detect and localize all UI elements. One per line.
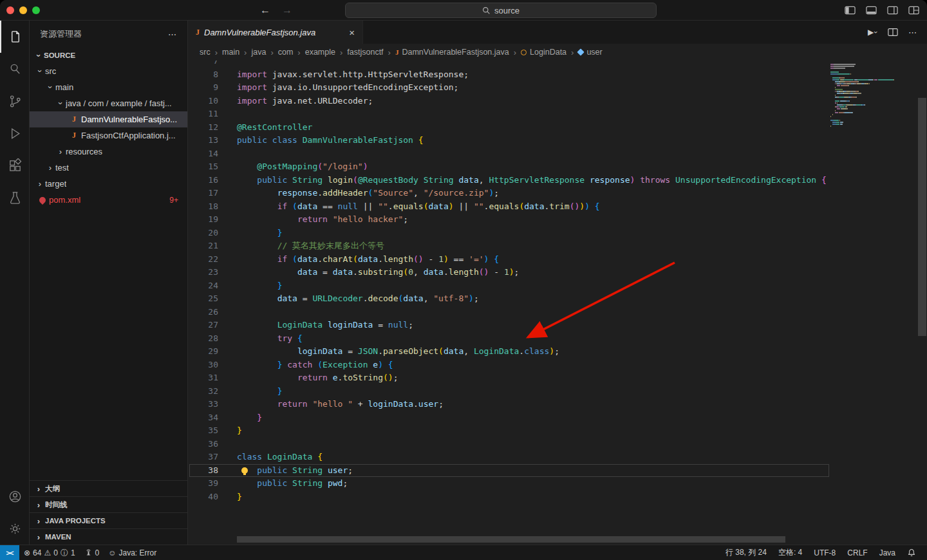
ports-status[interactable]: 0	[80, 545, 104, 560]
code-line[interactable]: 13public class DamnVulnerableFastjson {	[188, 134, 927, 147]
code-line[interactable]: 8import javax.servlet.http.HttpServletRe…	[188, 68, 927, 82]
run-debug-icon[interactable]	[0, 117, 29, 149]
code-line[interactable]: 22 if (data.charAt(data.length() - 1) ==…	[188, 253, 927, 266]
section-java-projects[interactable]: ›JAVA PROJECTS	[30, 512, 187, 528]
code-line[interactable]: 10import java.net.URLDecoder;	[188, 95, 927, 108]
section-timeline[interactable]: ›时间线	[30, 496, 187, 512]
tree-item[interactable]: JDamnVulnerableFastjso...	[30, 111, 187, 127]
problems-status[interactable]: ⊗ 64 ⚠ 0 ⓘ 1	[19, 545, 80, 560]
tree-item[interactable]: ›target	[30, 176, 187, 192]
breadcrumb-item[interactable]: src	[200, 48, 211, 57]
toggle-panel-icon[interactable]	[866, 6, 877, 15]
code-line[interactable]: 24 }	[188, 279, 927, 293]
language-mode[interactable]: Java	[874, 548, 901, 557]
code-line[interactable]: 15 @PostMapping("/login")	[188, 160, 927, 174]
code-editor[interactable]: 78import javax.servlet.http.HttpServletR…	[188, 61, 927, 545]
command-center-search[interactable]: source	[345, 3, 657, 18]
code-line[interactable]: 18 if (data == null || "".equals(data) |…	[188, 200, 927, 214]
maximize-window-button[interactable]	[32, 6, 40, 14]
code-line[interactable]: 25 data = URLDecoder.decode(data, "utf-8…	[188, 292, 927, 306]
settings-gear-icon[interactable]	[0, 512, 29, 545]
breadcrumb-item[interactable]: user	[578, 48, 602, 57]
breadcrumb-item[interactable]: java	[251, 48, 266, 57]
code-line[interactable]: 17 response.addHeader("Source", "/source…	[188, 187, 927, 200]
breadcrumb-item[interactable]: LoginData	[521, 48, 566, 57]
code-line[interactable]: 30 } catch (Exception e) {	[188, 359, 927, 372]
more-actions-icon[interactable]: ⋯	[908, 28, 917, 37]
code-line[interactable]: 38 public String user;	[188, 464, 927, 478]
code-line[interactable]: 36	[188, 438, 927, 451]
search-sidebar-icon[interactable]	[0, 53, 29, 85]
code-line[interactable]: 23 data = data.substring(0, data.length(…	[188, 266, 927, 279]
close-tab-icon[interactable]: ×	[349, 27, 355, 38]
code-line[interactable]: 28 try {	[188, 332, 927, 346]
split-editor-icon[interactable]	[888, 28, 898, 37]
tree-item[interactable]: ›main	[30, 79, 187, 95]
code-line[interactable]: 27 LoginData loginData = null;	[188, 319, 927, 332]
breadcrumb-item[interactable]: com	[278, 48, 294, 57]
code-line[interactable]: 29 loginData = JSON.parseObject(data, Lo…	[188, 345, 927, 359]
editor-group: J DamnVulnerableFastjson.java × ▶› ⋯ src…	[188, 21, 927, 545]
tree-item[interactable]: ›resources	[30, 144, 187, 160]
views-actions-icon[interactable]: ⋯	[168, 30, 177, 39]
code-line[interactable]: 7	[188, 61, 927, 68]
nav-forward-icon[interactable]: →	[282, 0, 292, 21]
code-line[interactable]: 35}	[188, 424, 927, 438]
indentation-status[interactable]: 空格: 4	[772, 547, 808, 558]
source-control-icon[interactable]	[0, 85, 29, 117]
tree-item[interactable]: pom.xml9+	[30, 192, 187, 208]
line-text: LoginData loginData = null;	[237, 319, 413, 332]
tree-item[interactable]: ›java / com / example / fastj...	[30, 95, 187, 111]
encoding-status[interactable]: UTF-8	[808, 548, 841, 557]
code-line[interactable]: 34 }	[188, 411, 927, 425]
breadcrumb-item[interactable]: main	[222, 48, 239, 57]
lightbulb-icon[interactable]	[241, 467, 248, 474]
tree-item[interactable]: JFastjsonCtfApplication.j...	[30, 127, 187, 144]
account-icon[interactable]	[0, 480, 29, 512]
eol-status[interactable]: CRLF	[841, 548, 873, 557]
code-line[interactable]: 33 return "hello " + loginData.user;	[188, 398, 927, 411]
cursor-position[interactable]: 行 38, 列 24	[720, 547, 772, 558]
section-maven[interactable]: ›MAVEN	[30, 528, 187, 545]
code-line[interactable]: 12@RestController	[188, 121, 927, 135]
code-line[interactable]: 14	[188, 147, 927, 161]
code-line[interactable]: 37class LoginData {	[188, 451, 927, 464]
code-line[interactable]: 11	[188, 107, 927, 121]
code-line[interactable]: 19 return "hello hacker";	[188, 213, 927, 227]
code-line[interactable]: 26	[188, 306, 927, 319]
remote-indicator[interactable]: ><	[0, 545, 19, 560]
vertical-scrollbar[interactable]	[918, 98, 926, 336]
testing-icon[interactable]	[0, 182, 29, 214]
close-window-button[interactable]	[6, 6, 14, 14]
notifications-bell-icon[interactable]	[901, 548, 922, 557]
code-line[interactable]: 32 }	[188, 385, 927, 398]
run-java-button[interactable]: ▶›	[868, 28, 877, 37]
customize-layout-icon[interactable]	[908, 6, 919, 15]
breadcrumb-item[interactable]: example	[305, 48, 335, 57]
java-status[interactable]: ☺ Java: Error	[104, 545, 161, 560]
tree-item[interactable]: ›test	[30, 160, 187, 176]
breadcrumb-item[interactable]: fastjsonctf	[347, 48, 383, 57]
tab-damnvulnerablefastjson[interactable]: J DamnVulnerableFastjson.java ×	[188, 21, 363, 44]
code-line[interactable]: 16 public String login(@RequestBody Stri…	[188, 174, 927, 187]
section-source[interactable]: › SOURCE	[30, 48, 187, 63]
code-line[interactable]: 9import java.io.UnsupportedEncodingExcep…	[188, 81, 927, 95]
nav-back-icon[interactable]: ←	[260, 0, 270, 21]
code-line[interactable]: 39 public String pwd;	[188, 477, 927, 490]
minimap[interactable]	[830, 62, 917, 127]
code-line[interactable]: 40}	[188, 490, 927, 504]
toggle-secondary-sidebar-icon[interactable]	[887, 6, 898, 15]
minimize-window-button[interactable]	[19, 6, 27, 14]
line-number: 27	[188, 319, 218, 332]
line-number: 33	[188, 398, 218, 411]
section-outline[interactable]: ›大纲	[30, 480, 187, 496]
code-line[interactable]: 31 return e.toString();	[188, 371, 927, 385]
tree-item[interactable]: ›src	[30, 63, 187, 79]
code-line[interactable]: 20 }	[188, 227, 927, 240]
extensions-icon[interactable]	[0, 149, 29, 182]
horizontal-scrollbar[interactable]	[237, 536, 785, 543]
explorer-icon[interactable]	[0, 21, 29, 53]
breadcrumb-item[interactable]: JDamnVulnerableFastjson.java	[395, 48, 509, 57]
code-line[interactable]: 21 // 莫名其妙末尾多出个等号	[188, 239, 927, 253]
toggle-primary-sidebar-icon[interactable]	[845, 6, 856, 15]
